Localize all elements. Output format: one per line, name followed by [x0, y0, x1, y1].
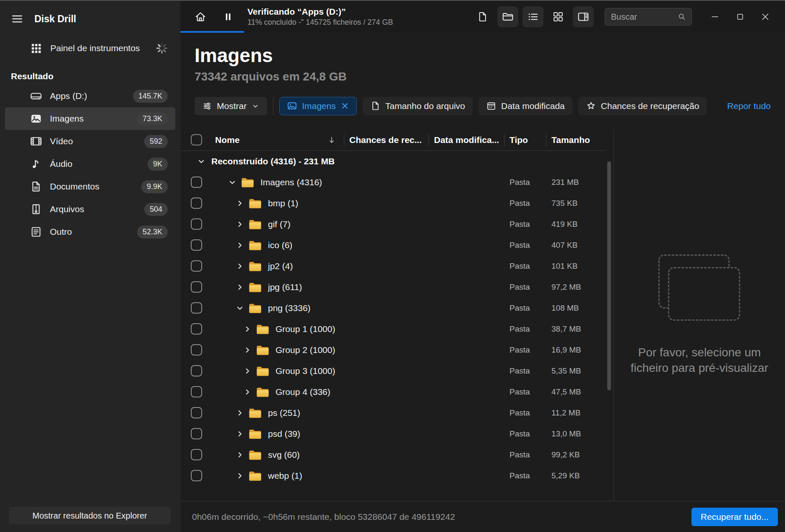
- row-checkbox[interactable]: [191, 386, 202, 397]
- filter-chip-imagens[interactable]: Imagens: [279, 97, 357, 115]
- expand-icon[interactable]: [235, 219, 245, 229]
- pause-scan-button[interactable]: [220, 8, 237, 25]
- select-all-checkbox[interactable]: [191, 134, 202, 145]
- expand-icon[interactable]: [235, 198, 245, 208]
- sidebar-item-dashboard[interactable]: Painel de instrumentos: [0, 38, 180, 59]
- table-row-group-3-1000[interactable]: Group 3 (1000)Pasta5,35 MB: [180, 361, 613, 381]
- table-row-group-1-1000[interactable]: Group 1 (1000)Pasta38,7 MB: [180, 319, 613, 340]
- file-name: webp (1): [268, 471, 302, 481]
- row-checkbox[interactable]: [191, 281, 202, 293]
- show-in-explorer-button[interactable]: Mostrar resultados no Explorer: [9, 507, 171, 524]
- folder-icon: [248, 470, 262, 482]
- expand-icon[interactable]: [235, 450, 245, 460]
- cell-type: Pasta: [504, 324, 546, 334]
- new-session-button[interactable]: [472, 6, 493, 27]
- reset-all-link[interactable]: Repor tudo: [727, 101, 771, 111]
- column-header-nome[interactable]: Nome: [210, 130, 344, 151]
- collapse-group-icon[interactable]: [196, 156, 206, 166]
- row-checkbox[interactable]: [191, 197, 202, 209]
- minimize-button[interactable]: [705, 8, 725, 25]
- row-checkbox[interactable]: [191, 449, 202, 460]
- file-name: ps (251): [268, 408, 300, 418]
- table-row-svg-60[interactable]: svg (60)Pasta99,2 KB: [180, 444, 613, 465]
- table-row-gif-7[interactable]: gif (7)Pasta419 KB: [180, 214, 613, 235]
- list-view-button[interactable]: [522, 6, 543, 27]
- table-row-imagens-4316[interactable]: Imagens (4316)Pasta231 MB: [180, 172, 613, 193]
- file-name: Imagens (4316): [260, 177, 322, 187]
- row-checkbox[interactable]: [191, 407, 202, 418]
- column-header-chances-de-recuperacao[interactable]: Chances de rec...: [344, 130, 429, 151]
- file-name: png (3336): [268, 303, 311, 313]
- row-checkbox[interactable]: [191, 428, 202, 439]
- expand-icon[interactable]: [235, 471, 245, 481]
- file-name: svg (60): [268, 450, 300, 460]
- column-header-tipo[interactable]: Tipo: [504, 130, 546, 151]
- table-row-png-3336[interactable]: png (3336)Pasta108 MB: [180, 298, 613, 319]
- sidebar-item-label: Vídeo: [50, 136, 73, 146]
- row-checkbox[interactable]: [191, 470, 202, 481]
- sidebar-item-audio[interactable]: Áudio9K: [5, 153, 175, 175]
- collapse-icon[interactable]: [227, 177, 237, 187]
- cell-size: 101 KB: [546, 262, 605, 271]
- expand-icon[interactable]: [235, 408, 245, 418]
- row-checkbox[interactable]: [191, 260, 202, 272]
- expand-icon[interactable]: [242, 366, 252, 376]
- table-row-bmp-1[interactable]: bmp (1)Pasta735 KB: [180, 193, 613, 214]
- file-name: Group 4 (336): [276, 387, 330, 397]
- table-row-psd-39[interactable]: psd (39)Pasta13,0 MB: [180, 423, 613, 444]
- collapse-icon[interactable]: [235, 303, 245, 313]
- home-button[interactable]: [192, 8, 209, 25]
- grid-view-button[interactable]: [548, 6, 569, 27]
- sidebar-item-apps-d[interactable]: Apps (D:)145.7K: [5, 85, 175, 107]
- table-row-jpg-611[interactable]: jpg (611)Pasta97,2 MB: [180, 277, 613, 298]
- filter-chip-data-modificada[interactable]: Data modificada: [478, 97, 572, 115]
- row-checkbox[interactable]: [191, 239, 202, 251]
- filter-chip-tamanho-do-arquivo[interactable]: Tamanho do arquivo: [363, 97, 473, 115]
- folder-icon: [256, 386, 270, 398]
- scrollbar-thumb[interactable]: [607, 161, 611, 390]
- show-filters-button[interactable]: Mostrar: [195, 97, 267, 115]
- expand-icon[interactable]: [242, 324, 252, 334]
- row-checkbox[interactable]: [191, 302, 202, 314]
- sidebar-item-imagens[interactable]: Imagens73.3K: [5, 107, 175, 130]
- expand-icon[interactable]: [235, 282, 245, 292]
- count-badge: 52.3K: [137, 226, 168, 239]
- table-row-ico-6[interactable]: ico (6)Pasta407 KB: [180, 235, 613, 256]
- table-row-jp2-4[interactable]: jp2 (4)Pasta101 KB: [180, 256, 613, 277]
- row-checkbox[interactable]: [191, 176, 202, 188]
- expand-icon[interactable]: [235, 240, 245, 250]
- search-input[interactable]: [610, 12, 677, 22]
- sidebar-item-label: Arquivos: [50, 204, 84, 214]
- folder-icon: [248, 428, 262, 440]
- sidebar-item-video[interactable]: Vídeo592: [5, 130, 175, 153]
- sidebar-item-arquivos[interactable]: Arquivos504: [5, 198, 175, 221]
- column-header-tamanho[interactable]: Tamanho: [546, 130, 605, 151]
- remove-filter-icon[interactable]: [341, 101, 349, 110]
- row-checkbox[interactable]: [191, 344, 202, 356]
- sidebar-item-documentos[interactable]: Documentos9.9K: [5, 175, 175, 198]
- maximize-button[interactable]: [730, 8, 750, 25]
- expand-icon[interactable]: [235, 261, 245, 271]
- table-row-ps-251[interactable]: ps (251)Pasta11,2 MB: [180, 402, 613, 423]
- sidebar-item-outro[interactable]: Outro52.3K: [5, 221, 175, 243]
- count-badge: 592: [144, 135, 168, 148]
- expand-icon[interactable]: [235, 429, 245, 439]
- close-button[interactable]: [756, 8, 775, 25]
- hamburger-menu-button[interactable]: [10, 12, 24, 26]
- group-row-reconstruido[interactable]: Reconstruído (4316) - 231 MB: [180, 151, 613, 172]
- row-checkbox[interactable]: [191, 323, 202, 335]
- row-checkbox[interactable]: [191, 218, 202, 230]
- table-row-group-2-1000[interactable]: Group 2 (1000)Pasta16,9 MB: [180, 340, 613, 361]
- folder-icon: [248, 449, 262, 461]
- row-checkbox[interactable]: [191, 365, 202, 376]
- open-folder-button[interactable]: [497, 6, 518, 27]
- expand-icon[interactable]: [242, 345, 252, 355]
- table-row-group-4-336[interactable]: Group 4 (336)Pasta47,5 MB: [180, 381, 613, 402]
- recover-all-button[interactable]: Recuperar tudo...: [691, 508, 778, 526]
- filter-chip-chances-de-recuperacao[interactable]: Chances de recuperação: [578, 97, 707, 115]
- sidebar-item-label: Áudio: [50, 159, 73, 169]
- expand-icon[interactable]: [242, 387, 252, 397]
- toggle-preview-panel-button[interactable]: [573, 6, 594, 27]
- table-row-webp-1[interactable]: webp (1)Pasta5,29 KB: [180, 465, 613, 486]
- column-header-data-modificada[interactable]: Data modifica...: [429, 130, 504, 151]
